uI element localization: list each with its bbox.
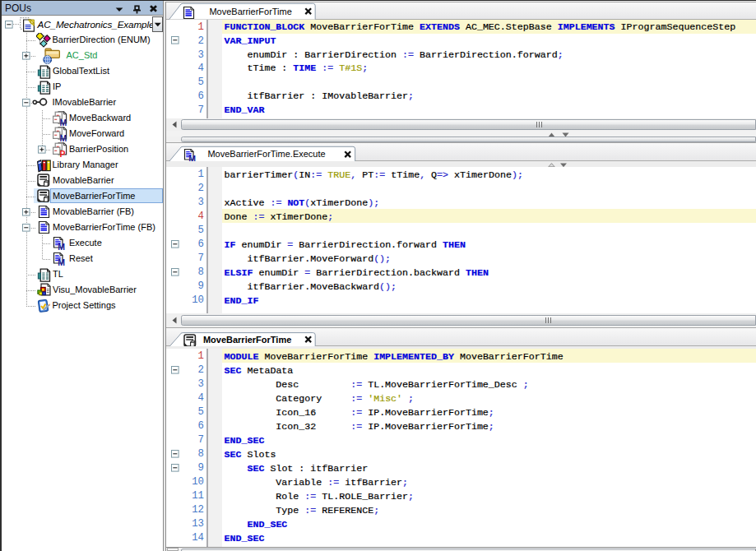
svg-text:M: M (58, 257, 65, 267)
svg-text:M: M (59, 118, 67, 127)
svg-text:P: P (59, 149, 65, 158)
svg-text:M: M (59, 133, 67, 142)
svg-text:M: M (58, 242, 65, 252)
